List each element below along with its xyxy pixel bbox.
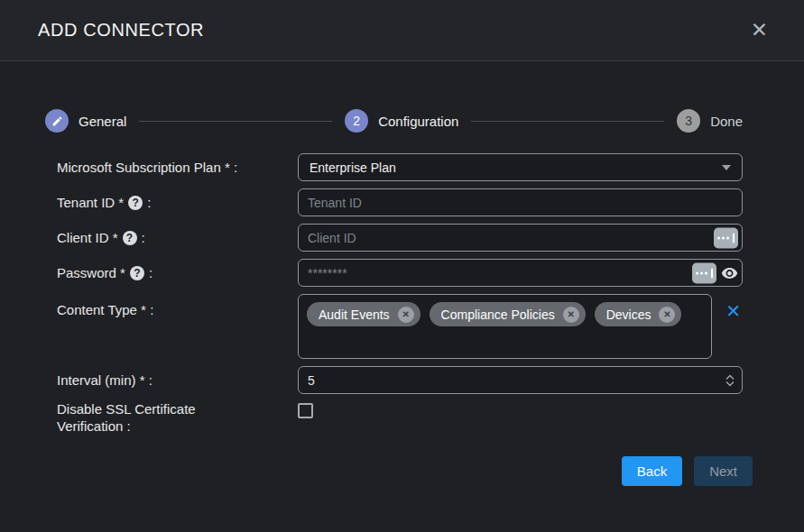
client-id-label: Client ID * ? : — [57, 230, 298, 245]
tag-audit-events: Audit Events ✕ — [307, 302, 420, 326]
content-type-label: Content Type * : — [57, 302, 298, 317]
step-2-badge: 2 — [345, 109, 368, 133]
wizard-stepper: General 2 Configuration 3 Done — [45, 109, 743, 133]
tenant-id-label: Tenant ID * ? : — [57, 195, 298, 210]
help-icon[interactable]: ? — [128, 196, 143, 210]
help-icon[interactable]: ? — [130, 266, 144, 280]
content-type-field: Audit Events ✕ Compliance Policies ✕ Dev… — [298, 294, 743, 359]
client-id-adornments — [714, 227, 738, 248]
interval-input[interactable] — [298, 366, 743, 394]
ssl-checkbox[interactable] — [298, 403, 313, 418]
client-id-input[interactable] — [298, 224, 743, 252]
password-label: Password * ? : — [57, 265, 298, 280]
add-connector-dialog: ADD CONNECTOR ✕ General 2 Configuration … — [0, 0, 804, 532]
step-configuration-label: Configuration — [378, 114, 458, 129]
next-button[interactable]: Next — [694, 456, 753, 486]
help-icon[interactable]: ? — [123, 231, 137, 245]
interval-field — [298, 366, 743, 394]
password-adornments — [692, 262, 738, 283]
chevron-down-icon — [722, 165, 731, 170]
stepper-connector — [471, 121, 664, 122]
client-id-field — [298, 224, 743, 252]
interval-label: Interval (min) * : — [57, 372, 298, 388]
password-input[interactable] — [298, 259, 743, 287]
pencil-icon — [45, 109, 69, 133]
subscription-plan-label: Microsoft Subscription Plan * : — [57, 160, 298, 175]
tag-remove-icon[interactable]: ✕ — [563, 307, 579, 323]
chevron-down-icon[interactable] — [725, 381, 735, 386]
tag-remove-icon[interactable]: ✕ — [398, 307, 414, 323]
content-type-multiselect[interactable]: Audit Events ✕ Compliance Policies ✕ Dev… — [298, 294, 712, 359]
tag-compliance-policies: Compliance Policies ✕ — [430, 302, 586, 326]
chevron-up-icon[interactable] — [725, 374, 735, 380]
subscription-plan-select[interactable]: Enterprise Plan — [298, 153, 743, 181]
ellipsis-picker-icon[interactable] — [714, 227, 738, 248]
number-stepper[interactable] — [725, 374, 735, 386]
tenant-id-input[interactable] — [298, 188, 743, 216]
subscription-plan-field: Enterprise Plan — [298, 153, 743, 181]
close-icon[interactable]: ✕ — [751, 20, 768, 41]
dialog-actions: Back Next — [0, 456, 753, 486]
step-done-label: Done — [710, 114, 743, 129]
password-field — [298, 259, 743, 287]
ssl-field — [298, 403, 743, 418]
ellipsis-picker-icon[interactable] — [692, 262, 716, 283]
eye-icon[interactable] — [721, 264, 738, 281]
step-general[interactable]: General — [45, 109, 126, 133]
back-button[interactable]: Back — [622, 456, 682, 486]
subscription-plan-value: Enterprise Plan — [310, 161, 396, 175]
clear-all-icon[interactable]: ✕ — [725, 302, 741, 320]
tag-devices: Devices ✕ — [595, 302, 682, 326]
connector-form: Microsoft Subscription Plan * : Enterpri… — [57, 153, 743, 436]
dialog-header: ADD CONNECTOR ✕ — [0, 0, 804, 61]
step-configuration[interactable]: 2 Configuration — [345, 109, 458, 133]
step-3-badge: 3 — [677, 109, 700, 133]
step-done[interactable]: 3 Done — [677, 109, 743, 133]
tag-remove-icon[interactable]: ✕ — [659, 307, 675, 323]
stepper-connector — [139, 121, 332, 122]
ssl-label: Disable SSL Certificate Verification : — [57, 401, 298, 436]
step-general-label: General — [79, 114, 126, 129]
tenant-id-field — [298, 188, 743, 216]
dialog-title: ADD CONNECTOR — [38, 20, 204, 41]
